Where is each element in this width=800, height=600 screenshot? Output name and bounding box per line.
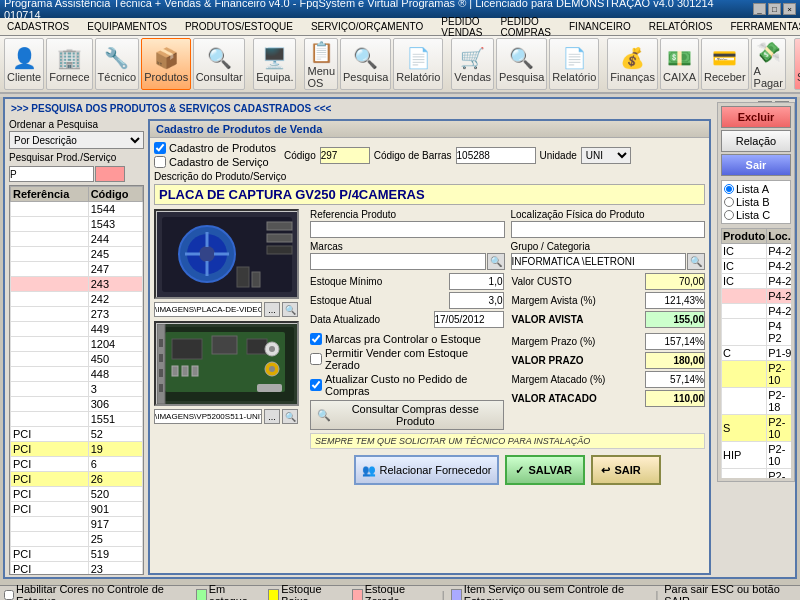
codigo-input[interactable]: [320, 147, 370, 164]
table-row[interactable]: 25: [11, 532, 143, 547]
barras-input[interactable]: [456, 147, 536, 164]
table-row[interactable]: 1544: [11, 202, 143, 217]
menu-cadastros[interactable]: CADASTROS: [4, 20, 72, 33]
menu-equipamentos[interactable]: EQUIPAMENTOS: [84, 20, 170, 33]
right-table-row[interactable]: SP2-10: [722, 415, 792, 442]
toolbar-suporte[interactable]: 🆘 Suporte: [794, 38, 800, 90]
marcas-input[interactable]: [310, 253, 486, 270]
toolbar-vendas[interactable]: 🛒 Vendas: [451, 38, 494, 90]
estoque-min-input[interactable]: [449, 273, 504, 290]
cb-permitir-label[interactable]: Permitir Vender com Estoque Zerado: [310, 347, 504, 371]
sair-form-btn[interactable]: ↩ SAIR: [591, 455, 661, 485]
cb-produtos-label[interactable]: Cadastro de Produtos: [154, 142, 276, 154]
localizacao-input[interactable]: [511, 221, 706, 238]
toolbar-consultar[interactable]: 🔍 Consultar: [193, 38, 245, 90]
table-row[interactable]: 245: [11, 247, 143, 262]
menu-servico-orcamento[interactable]: SERVIÇO/ORÇAMENTO: [308, 20, 426, 33]
valor-atacado-input[interactable]: [645, 390, 705, 407]
right-table-row[interactable]: P2-18: [722, 388, 792, 415]
toolbar-menu-os[interactable]: 📋 Menu OS: [304, 38, 338, 90]
data-input[interactable]: [434, 311, 504, 328]
table-row[interactable]: PCI520: [11, 487, 143, 502]
menu-produtos-estoque[interactable]: PRODUTOS/ESTOQUE: [182, 20, 296, 33]
table-row[interactable]: 450: [11, 352, 143, 367]
order-select[interactable]: Por Descrição: [9, 131, 144, 149]
marcas-search-btn[interactable]: 🔍: [487, 253, 505, 270]
toolbar-caixa[interactable]: 💵 CAIXA: [660, 38, 699, 90]
right-table-row[interactable]: ICP4-2: [722, 244, 792, 259]
menu-pedido-vendas[interactable]: PEDIDO VENDAS: [438, 15, 485, 39]
toolbar-relatorio2[interactable]: 📄 Relatório: [549, 38, 599, 90]
right-table-row[interactable]: P2-10: [722, 361, 792, 388]
table-row[interactable]: 273: [11, 307, 143, 322]
valor-prazo-input[interactable]: [645, 352, 705, 369]
image2-browse-btn[interactable]: ...: [264, 409, 280, 424]
close-btn[interactable]: ×: [783, 3, 796, 15]
table-row[interactable]: PCI901: [11, 502, 143, 517]
search-input[interactable]: [9, 166, 94, 182]
margem-avista-input[interactable]: [645, 292, 705, 309]
maximize-btn[interactable]: □: [768, 3, 781, 15]
cb-servico[interactable]: [154, 156, 166, 168]
right-table-row[interactable]: P4-2: [722, 289, 792, 304]
right-table-row[interactable]: P4 P2: [722, 319, 792, 346]
menu-pedido-compras[interactable]: PEDIDO COMPRAS: [497, 15, 554, 39]
grupo-search-btn[interactable]: 🔍: [687, 253, 705, 270]
window-controls[interactable]: _ □ ×: [753, 3, 796, 15]
cb-marcas[interactable]: [310, 333, 322, 345]
grupo-input[interactable]: [511, 253, 687, 270]
toolbar-a-pagar[interactable]: 💸 A Pagar: [751, 38, 786, 90]
cb-produtos[interactable]: [154, 142, 166, 154]
referencia-input[interactable]: [310, 221, 505, 238]
radio-lista-c[interactable]: Lista C: [724, 209, 788, 221]
toolbar-receber[interactable]: 💳 Receber: [701, 38, 749, 90]
menu-financeiro[interactable]: FINANCEIRO: [566, 20, 634, 33]
image2-view-btn[interactable]: 🔍: [282, 409, 298, 424]
table-row[interactable]: 3: [11, 382, 143, 397]
valor-avista-input[interactable]: [645, 311, 705, 328]
right-table-row[interactable]: ICP4-2: [722, 274, 792, 289]
toolbar-relatorio1[interactable]: 📄 Relatório: [393, 38, 443, 90]
toolbar-fornece[interactable]: 🏢 Fornece: [46, 38, 92, 90]
table-row[interactable]: 243: [11, 277, 143, 292]
consult-btn[interactable]: 🔍 Consultar Compras desse Produto: [310, 400, 504, 430]
table-row[interactable]: 917: [11, 517, 143, 532]
unidade-select[interactable]: UNI: [581, 147, 631, 164]
sair-panel-btn[interactable]: Sair: [721, 154, 791, 176]
cb-permitir[interactable]: [310, 353, 322, 365]
table-row[interactable]: 1551: [11, 412, 143, 427]
table-row[interactable]: 247: [11, 262, 143, 277]
table-row[interactable]: 244: [11, 232, 143, 247]
toolbar-pesquisa2[interactable]: 🔍 Pesquisa: [496, 38, 547, 90]
search-filter-input[interactable]: [95, 166, 125, 182]
excluir-btn[interactable]: Excluir: [721, 106, 791, 128]
right-table-row[interactable]: HIPP2-10: [722, 442, 792, 469]
cb-atualizar-label[interactable]: Atualizar Custo no Pedido de Compras: [310, 373, 504, 397]
table-row[interactable]: 242: [11, 292, 143, 307]
table-row[interactable]: 1543: [11, 217, 143, 232]
table-row[interactable]: PCI26: [11, 472, 143, 487]
table-row[interactable]: PCI52: [11, 427, 143, 442]
right-table-row[interactable]: P2-: [722, 469, 792, 479]
toolbar-produtos[interactable]: 📦 Produtos: [141, 38, 191, 90]
right-table-row[interactable]: P4-2: [722, 304, 792, 319]
image1-view-btn[interactable]: 🔍: [282, 302, 298, 317]
margem-atacado-input[interactable]: [645, 371, 705, 388]
minimize-btn[interactable]: _: [753, 3, 766, 15]
image1-path-input[interactable]: [154, 302, 262, 317]
table-row[interactable]: PCI6: [11, 457, 143, 472]
radio-lista-b[interactable]: Lista B: [724, 196, 788, 208]
table-row[interactable]: 448: [11, 367, 143, 382]
image2-path-input[interactable]: [154, 409, 262, 424]
relacionar-btn[interactable]: 👥 Relacionar Fornecedor: [354, 455, 500, 485]
right-table-row[interactable]: ICP4-2: [722, 259, 792, 274]
salvar-btn[interactable]: ✓ SALVAR: [505, 455, 585, 485]
table-row[interactable]: 306: [11, 397, 143, 412]
table-row[interactable]: PCI519: [11, 547, 143, 562]
table-row[interactable]: 1204: [11, 337, 143, 352]
table-row[interactable]: 449: [11, 322, 143, 337]
toolbar-financas[interactable]: 💰 Finanças: [607, 38, 658, 90]
radio-lista-a[interactable]: Lista A: [724, 183, 788, 195]
cb-servico-label[interactable]: Cadastro de Serviço: [154, 156, 276, 168]
right-table-row[interactable]: CP1-9: [722, 346, 792, 361]
